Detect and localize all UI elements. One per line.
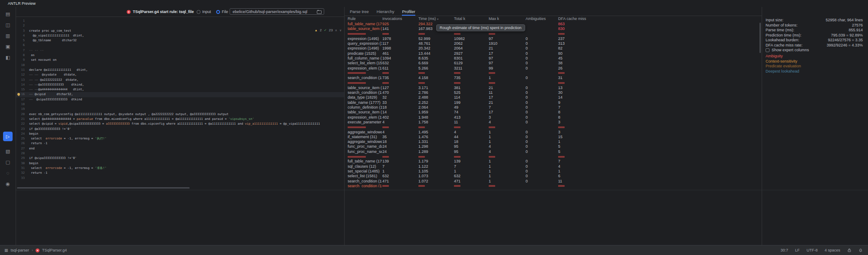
profiler-row[interactable]: query_expression (1527)11748.76120621910… (345, 41, 762, 46)
problems-icon[interactable]: ▧ (3, 146, 13, 156)
column-header-invocations[interactable]: Invocations (382, 17, 416, 21)
structure-icon[interactable]: ▥ (3, 31, 13, 40)
code-line[interactable]: 3create proc up_com_test (16, 29, 344, 33)
profiler-row[interactable]: full_column_name (17…10948.635830197045 (345, 56, 762, 61)
code-line[interactable]: 20exec nb_com_getsysconfig @a11111111111… (16, 112, 344, 117)
code-line[interactable]: 2 (16, 23, 344, 28)
profiler-row[interactable]: execute_parameter (1…41.75811403 (345, 120, 762, 125)
breadcrumb-file[interactable]: TSqlParser.g4 (42, 248, 67, 252)
file-radio[interactable]: File (216, 10, 228, 14)
profiler-row[interactable] (345, 81, 762, 86)
profiler-row[interactable]: func_proc_name_data…241.29895405 (345, 144, 762, 149)
project-icon[interactable]: ▤ (3, 9, 13, 19)
profiler-row[interactable]: select_list (1581)6321.073632106 (345, 174, 762, 179)
profiler-row[interactable]: aggregate_windowed…181.33118101 (345, 139, 762, 144)
code-line[interactable]: 32 return -1 (16, 171, 344, 176)
code-line[interactable]: 27end (16, 146, 344, 151)
code-line[interactable]: 24begin (16, 132, 344, 136)
profiler-row[interactable]: search_condition (15… (345, 184, 762, 187)
code-line[interactable]: 30begin (16, 161, 344, 166)
code-line[interactable]: 26 return -1 (16, 141, 344, 146)
code-line[interactable]: 18 (16, 102, 344, 107)
notifications-icon[interactable]: ◉ (3, 179, 13, 189)
profiler-row[interactable] (345, 125, 762, 129)
checkbox-icon[interactable] (766, 48, 769, 52)
horizontal-scrollbar[interactable] (17, 187, 190, 189)
file-path-input[interactable]: ebelice/Github/tsql-parser/examples/big.… (230, 8, 324, 15)
column-header-rule[interactable]: Rule (348, 17, 382, 21)
show-expert-columns-option[interactable]: Show expert columns (766, 48, 809, 52)
column-header-dfa-cache-miss[interactable]: DFA cache miss (558, 17, 597, 21)
code-line[interactable]: 29if @vipa333333333333 !='0' (16, 156, 344, 161)
profiler-row[interactable]: search_condition (1517)4702.78652511030 (345, 90, 762, 95)
profiler-row[interactable]: table_name (1777)332.2521992109 (345, 100, 762, 105)
services-icon[interactable]: ◌ (3, 168, 13, 178)
profiler-row[interactable]: expression (1498)199820.342206421082 (345, 46, 762, 51)
code-line[interactable]: 33 (16, 176, 344, 181)
code-line[interactable]: 1 (16, 19, 344, 23)
readonly-lock-icon[interactable] (847, 248, 852, 252)
terminal-icon[interactable]: ▢ (3, 157, 13, 167)
code-line[interactable]: 28 (16, 151, 344, 156)
code-line[interactable]: 23if @a333333333333 !='0' (16, 127, 344, 132)
indent-widget[interactable]: 4 spaces (825, 248, 840, 252)
bookmarks-icon[interactable]: ▣ (3, 42, 13, 51)
code-line[interactable]: 15—— ——@a44444444444444 dtint, (16, 87, 344, 92)
folder-icon[interactable] (317, 10, 322, 14)
code-line[interactable]: 13—— —— @a2222222222 dtdate, (16, 78, 344, 83)
input-radio[interactable]: Input (197, 10, 211, 14)
profiler-row[interactable]: search_condition (1519)7354.1587351031 (345, 76, 762, 80)
tab-parse-tree[interactable]: Parse tree (350, 7, 369, 16)
column-header-time[interactable]: Time (ms)▾ (418, 17, 452, 21)
profiler-row[interactable]: expression_elem (1590)6115.266321199026 (345, 66, 762, 71)
line-ending-widget[interactable]: LF (795, 248, 800, 252)
column-header-ambiguities[interactable]: Ambiguities (526, 17, 556, 21)
profiler-row[interactable]: table_source_item (15…141.959741708 (345, 110, 762, 115)
code-line[interactable]: 22select @vipid = vipid,@vipa33333333333… (16, 122, 344, 126)
caret-position-widget[interactable]: 30:7 (780, 248, 788, 252)
profiler-row[interactable]: set_special (1485)11.1051101 (345, 169, 762, 174)
intention-bulb-icon[interactable] (17, 93, 20, 96)
code-line[interactable]: 25 select errorcode = -1, errormsg = '执行… (16, 136, 344, 141)
code-line[interactable]: 14—— ——@a333333333333 dtkind, (16, 83, 344, 87)
profiler-row[interactable]: predicate (1525)46113.444292717080 (345, 51, 762, 56)
tab-hierarchy[interactable]: Hierarchy (377, 7, 395, 16)
profiler-row[interactable]: table_source_item (15…1273.17138121013 (345, 86, 762, 90)
code-line[interactable]: 21select @a44444444444444 = paravalue fr… (16, 117, 344, 122)
profiler-row[interactable]: expression (1495)197852.99910982970237 (345, 36, 762, 41)
code-line[interactable]: 5 @p_tblname dtchar32 (16, 38, 344, 43)
column-header-total-k[interactable]: Total k (454, 17, 487, 21)
code-line[interactable]: 6 (16, 43, 344, 48)
code-line[interactable]: 9 set nocount on (16, 58, 344, 63)
code-line[interactable]: 31 select errorcode = -1, errormsg = '准备… (16, 166, 344, 171)
profiler-row[interactable]: full_table_name (1775)925294.322863 (345, 22, 762, 26)
antlr-preview-icon[interactable]: ▷ (3, 132, 13, 141)
profiler-row[interactable]: select_list_elem (1592)6326.669612997038 (345, 61, 762, 66)
code-line[interactable]: 10 (16, 63, 344, 68)
profiler-row[interactable]: column_definition (1421)182.06449707 (345, 105, 762, 110)
code-line[interactable]: 17—— @vipa333333333333 dtkind (16, 97, 344, 102)
profiler-row[interactable]: data_type (1829)322.48811417014 (345, 95, 762, 100)
code-line[interactable]: 7-- -- -- (16, 48, 344, 53)
code-line[interactable]: 19 (16, 107, 344, 112)
profiler-vertical-scrollbar[interactable] (760, 23, 761, 53)
commit-icon[interactable]: ◫ (3, 20, 13, 30)
profiler-row[interactable] (345, 32, 762, 36)
column-header-max-k[interactable]: Max k (489, 17, 523, 21)
profiler-row[interactable]: full_table_name (1773)1391.179139107 (345, 159, 762, 164)
profiler-row[interactable]: expression_elem (1589)4021.948413308 (345, 115, 762, 120)
code-line[interactable]: 12—— —— @sysdate dtdate, (16, 73, 344, 77)
profiler-row[interactable]: sql_clauses (12)71.1227104 (345, 164, 762, 169)
encoding-widget[interactable]: UTF-8 (806, 248, 818, 252)
tab-profiler[interactable]: Profiler (402, 7, 415, 16)
profiler-row[interactable] (345, 154, 762, 159)
profiler-row[interactable]: if_statement (31)351.476441015 (345, 135, 762, 139)
code-line[interactable]: 11declare @a1111111111111 dtint, (16, 68, 344, 73)
code-line[interactable]: 8 as (16, 53, 344, 58)
code-editor[interactable]: ▲ 2 ✓ 23 ∧ ∨ 123create proc up_com_test4… (16, 17, 344, 245)
profiler-row[interactable]: search_condition (1516)4711.0724711011 (345, 179, 762, 184)
find-icon[interactable]: ◧ (3, 53, 13, 62)
profiler-row[interactable]: func_proc_name_serv…241.28995405 (345, 149, 762, 154)
notifications-bell-icon[interactable] (858, 248, 863, 252)
profiler-row[interactable]: table_source_item (16…141167.983830 (345, 26, 762, 31)
